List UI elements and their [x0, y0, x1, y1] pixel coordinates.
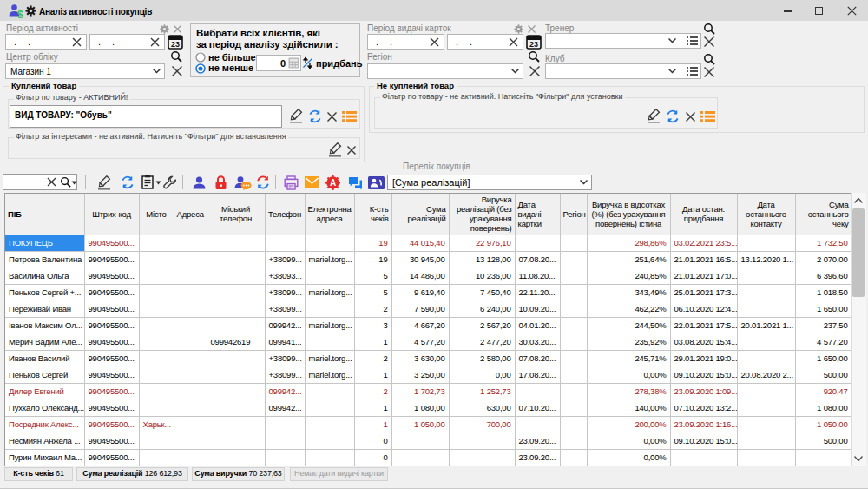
- svg-text:23: 23: [171, 40, 180, 49]
- svg-text:23: 23: [529, 40, 538, 49]
- svg-text:$: $: [17, 9, 23, 19]
- svg-text:A: A: [330, 178, 336, 188]
